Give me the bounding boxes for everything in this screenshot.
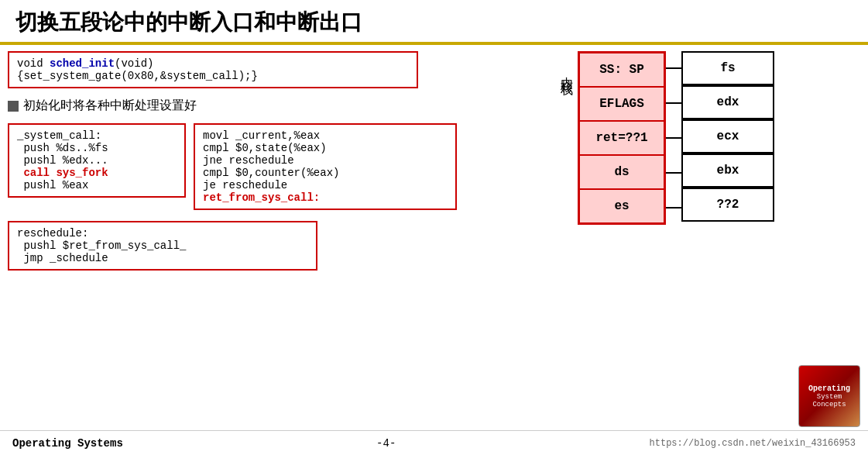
- init-code-box: void sched_init(void) {set_system_gate(0…: [8, 51, 418, 88]
- sched-code-box: movl _current,%eax cmpl $0,state(%eax) j…: [194, 123, 457, 210]
- stack-cell-eflags: EFLAGS: [579, 87, 664, 121]
- book-thumbnail: Operating System Concepts: [798, 365, 860, 427]
- bullet-icon: [8, 101, 19, 112]
- thumbnail-line1: Operating: [808, 384, 850, 393]
- stack-connectors: [666, 51, 681, 225]
- stack-cell-ret: ret=??1: [579, 121, 664, 155]
- stack-cell-ss-sp: SS: SP: [579, 53, 664, 87]
- stack-cell-ebx: ebx: [681, 153, 774, 188]
- stack-cell-ecx: ecx: [681, 119, 774, 153]
- yellow-divider: [0, 42, 868, 45]
- stack-cell-fs: fs: [681, 51, 774, 85]
- footer-center: -4-: [376, 437, 396, 450]
- reschedule-code-box: reschedule: pushl $ret_from_sys_call_ jm…: [8, 221, 317, 271]
- kernel-stack-label: 内核栈: [558, 67, 575, 76]
- bullet-item: 初始化时将各种中断处理设置好: [8, 98, 551, 114]
- stack-cell-q2: ??2: [681, 188, 774, 222]
- stack-left-column: SS: SP EFLAGS ret=??1 ds es: [578, 51, 666, 225]
- footer-left: Operating Systems: [12, 437, 123, 450]
- footer-right: https://blog.csdn.net/weixin_43166953: [650, 438, 856, 449]
- stack-cell-ds: ds: [579, 155, 664, 189]
- syscall-code-box: _system_call: push %ds..%fs pushl %edx..…: [8, 123, 186, 198]
- stack-cell-es: es: [579, 189, 664, 223]
- thumbnail-line2: System: [817, 393, 842, 401]
- footer: Operating Systems -4- https://blog.csdn.…: [0, 430, 868, 455]
- stack-cell-edx: edx: [681, 85, 774, 119]
- title: 切换五段论中的中断入口和中断出口: [0, 0, 868, 42]
- stack-right-column: fs edx ecx ebx ??2: [681, 51, 774, 225]
- thumbnail-line3: Concepts: [812, 401, 846, 408]
